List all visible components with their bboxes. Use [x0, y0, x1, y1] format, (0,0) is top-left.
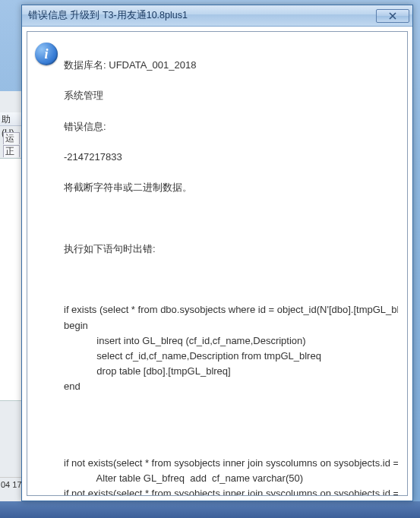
- err-code: -2147217833: [64, 150, 398, 165]
- dialog-titlebar[interactable]: 错误信息 升级到 T3-用友通10.8plus1: [22, 5, 412, 27]
- sql-block-2: if not exists(select * from sysobjects i…: [64, 457, 398, 496]
- sql-block-1: if exists (select * from dbo.sysobjects …: [64, 304, 398, 392]
- bg-tab-1[interactable]: 运: [3, 132, 20, 144]
- bg-status-text: 04 17: [0, 477, 23, 491]
- db-name: UFDATA_001_2018: [109, 59, 196, 71]
- bg-menu-help[interactable]: 助(H): [0, 112, 23, 126]
- error-dialog: 错误信息 升级到 T3-用友通10.8plus1 i 数据库名: UFDATA_…: [21, 5, 413, 501]
- sys-mgmt: 系统管理: [64, 88, 398, 103]
- info-icon: i: [35, 43, 58, 65]
- taskbar[interactable]: [0, 501, 420, 518]
- err-label: 错误信息:: [64, 119, 398, 134]
- close-icon: [389, 12, 396, 20]
- dialog-content: i 数据库名: UFDATA_001_2018 系统管理 错误信息: -2147…: [27, 31, 408, 496]
- close-button[interactable]: [376, 9, 409, 23]
- bg-tab-2[interactable]: 正: [3, 145, 20, 157]
- err-when: 执行如下语句时出错:: [64, 242, 398, 257]
- bg-list-area: [0, 158, 23, 401]
- dialog-title: 错误信息 升级到 T3-用友通10.8plus1: [28, 9, 376, 22]
- db-label: 数据库名:: [64, 59, 106, 71]
- error-text: 数据库名: UFDATA_001_2018 系统管理 错误信息: -214721…: [64, 43, 398, 496]
- err-desc: 将截断字符串或二进制数据。: [64, 180, 398, 195]
